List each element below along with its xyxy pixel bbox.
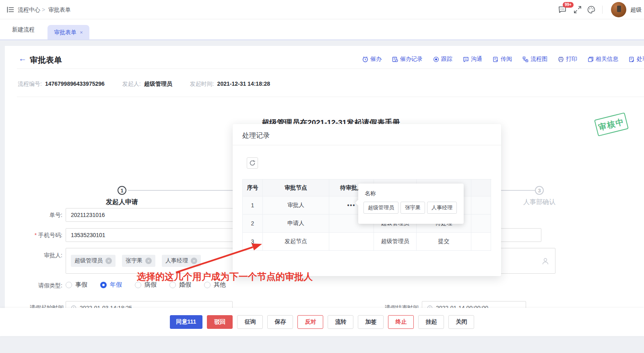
toolbar-related-info[interactable]: 相关信息 xyxy=(588,56,618,63)
record-clock-icon xyxy=(392,56,398,62)
meta-label: 发起时间: xyxy=(190,81,214,88)
topbar: 流程中心 > 审批表单 99+ 超级 xyxy=(0,0,644,19)
tab-label: 审批表单 xyxy=(54,29,76,35)
initiator: 超级管理员 xyxy=(144,81,172,88)
order-no-label: 单号: xyxy=(16,212,62,219)
process-meta: 流程编号:1476799896433975296 发起人:超级管理员 发起时间:… xyxy=(18,81,270,88)
target-icon xyxy=(433,56,439,62)
back-arrow-icon[interactable]: ← xyxy=(19,54,27,63)
step-1-node: 1 xyxy=(118,186,126,195)
step-3-node: 3 xyxy=(535,186,544,195)
app-window: 流程中心 > 审批表单 99+ 超级 新建流程 审批表单× ← 审批表 xyxy=(0,0,644,353)
step-3-label: 人事部确认 xyxy=(511,198,568,206)
clock-icon xyxy=(362,56,368,62)
consult-button[interactable]: 征询 xyxy=(237,315,263,329)
phone-label: *手机号码: xyxy=(16,232,62,239)
required-mark: * xyxy=(35,232,37,238)
leave-type-label: 请假类型: xyxy=(16,282,62,289)
approver-tag: 人事经理× xyxy=(162,255,201,267)
user-chip[interactable]: 张宇果 xyxy=(400,202,425,214)
breadcrumb-separator: > xyxy=(42,6,45,13)
fullscreen-icon[interactable] xyxy=(573,5,582,14)
tag-close-icon[interactable]: × xyxy=(105,258,112,264)
approver-label: 审批人: xyxy=(16,252,62,259)
toolbar-urge[interactable]: 催办 xyxy=(362,56,382,63)
reject-button[interactable]: 驳回 xyxy=(207,315,233,329)
modal-divider xyxy=(233,145,501,145)
tab-approval-form[interactable]: 审批表单× xyxy=(47,25,89,39)
approver-tag: 张宇果× xyxy=(122,255,155,267)
process-id: 1476799896433975296 xyxy=(45,81,105,88)
user-chip[interactable]: 人事经理 xyxy=(427,202,457,214)
page-title: 审批表单 xyxy=(30,55,62,66)
toolbar-urge-record[interactable]: 催办记录 xyxy=(392,56,423,63)
countersign-button[interactable]: 加签 xyxy=(358,315,384,329)
chat-icon xyxy=(463,56,469,62)
copy-icon xyxy=(588,56,594,62)
breadcrumb-item[interactable]: 流程中心 xyxy=(18,6,40,14)
transfer-button[interactable]: 流转 xyxy=(328,315,353,329)
user-chip[interactable]: 超级管理员 xyxy=(363,202,398,214)
col-seq: 序号 xyxy=(243,180,263,196)
file-check-icon xyxy=(629,56,635,62)
meta-label: 流程编号: xyxy=(18,81,42,88)
toolbar-process[interactable]: 处理 xyxy=(629,56,644,63)
terminate-button[interactable]: 终止 xyxy=(388,315,414,329)
topbar-divider xyxy=(602,6,603,14)
meta-divider xyxy=(17,97,644,97)
approver-tag: 超级管理员× xyxy=(71,255,116,267)
action-footer: 同意111 驳回 征询 保存 反对 流转 加签 终止 挂起 关闭 xyxy=(0,308,644,336)
toolbar: 催办 催办记录 跟踪 沟通 传阅 流程图 xyxy=(362,56,644,63)
start-time: 2021-12-31 14:18:28 xyxy=(217,81,270,88)
col-extra xyxy=(471,180,491,196)
approver-names-popover: 名称 超级管理员 张宇果 人事经理 xyxy=(358,184,464,224)
modal-title: 处理记录 xyxy=(242,131,270,140)
meta-label: 发起人: xyxy=(122,81,141,88)
refresh-icon xyxy=(249,160,256,166)
user-name: 超级 xyxy=(630,6,644,14)
user-avatar[interactable] xyxy=(611,2,626,17)
theme-palette-icon[interactable] xyxy=(587,5,596,14)
close-button[interactable]: 关闭 xyxy=(448,315,474,329)
toolbar-print[interactable]: 打印 xyxy=(558,56,577,63)
save-button[interactable]: 保存 xyxy=(267,315,293,329)
header-divider xyxy=(17,68,644,69)
tag-close-icon[interactable]: × xyxy=(191,258,197,264)
popover-chip-list: 超级管理员 张宇果 人事经理 xyxy=(363,202,457,214)
person-icon xyxy=(541,257,549,265)
toolbar-communicate[interactable]: 沟通 xyxy=(463,56,482,63)
breadcrumb-item: 审批表单 xyxy=(48,6,71,14)
file-arrow-icon xyxy=(493,56,499,62)
radio-checked-icon xyxy=(100,282,107,288)
col-node: 审批节点 xyxy=(263,180,329,196)
suspend-button[interactable]: 挂起 xyxy=(418,315,444,329)
tab-new-process[interactable]: 新建流程 xyxy=(12,26,35,33)
tab-bar: 新建流程 审批表单× xyxy=(0,19,644,40)
annotation-text: 选择的这几个用户成为下一个节点的审批人 xyxy=(137,270,313,283)
tag-close-icon[interactable]: × xyxy=(145,258,152,264)
radio-icon xyxy=(66,282,72,288)
refresh-button[interactable] xyxy=(247,157,258,169)
toolbar-flowchart[interactable]: 流程图 xyxy=(522,56,547,63)
toolbar-circulate[interactable]: 传阅 xyxy=(493,56,512,63)
notification-badge: 99+ xyxy=(563,2,574,8)
toolbar-track[interactable]: 跟踪 xyxy=(433,56,452,63)
menu-collapse-icon[interactable] xyxy=(6,6,14,14)
radio-personal-leave[interactable]: 事假 xyxy=(66,281,87,289)
oppose-button[interactable]: 反对 xyxy=(297,315,323,329)
radio-annual-leave[interactable]: 年假 xyxy=(100,281,122,289)
step-1-label: 发起人申请 xyxy=(94,198,150,206)
tab-close-icon[interactable]: × xyxy=(80,29,83,35)
flowchart-icon xyxy=(522,56,528,62)
printer-icon xyxy=(558,56,564,62)
table-row: 3 发起节点 超级管理员 提交 xyxy=(243,233,491,251)
popover-title: 名称 xyxy=(365,190,376,197)
agree-button[interactable]: 同意111 xyxy=(170,315,203,329)
